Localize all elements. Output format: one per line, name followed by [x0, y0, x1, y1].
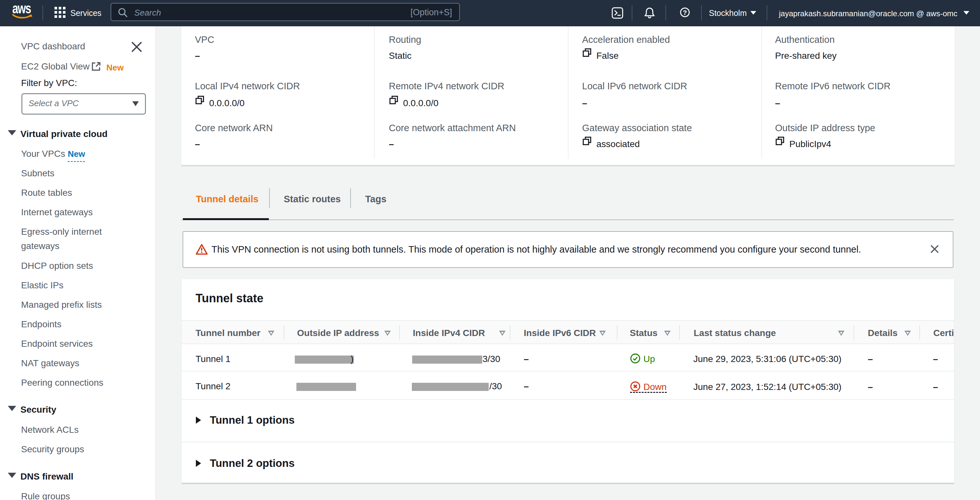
svg-text:aws: aws [12, 5, 31, 16]
svg-text:?: ? [683, 9, 687, 16]
